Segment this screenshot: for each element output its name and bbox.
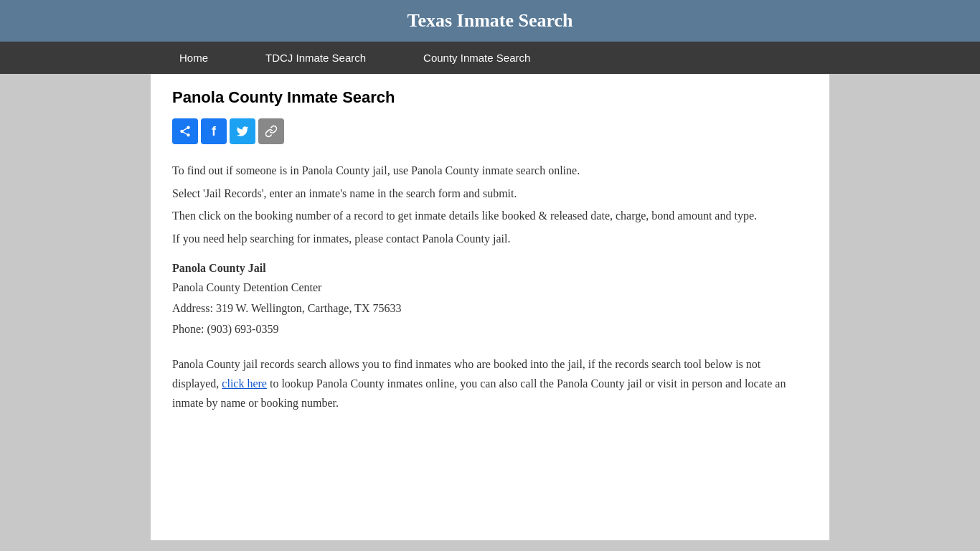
- click-here-link[interactable]: click here: [222, 377, 267, 390]
- description-line-3: Then click on the booking number of a re…: [172, 207, 808, 225]
- main-nav: Home TDCJ Inmate Search County Inmate Se…: [0, 42, 980, 74]
- description-section: To find out if someone is in Panola Coun…: [172, 161, 808, 248]
- jail-name: Panola County Detention Center: [172, 278, 808, 298]
- content-outer: Panola County Inmate Search f: [0, 74, 980, 540]
- jail-address: Address: 319 W. Wellington, Carthage, TX…: [172, 298, 808, 319]
- link-icon: [265, 125, 278, 138]
- nav-item-county[interactable]: County Inmate Search: [395, 42, 559, 74]
- jail-phone: Phone: (903) 693-0359: [172, 319, 808, 340]
- facebook-button[interactable]: f: [201, 118, 227, 144]
- twitter-icon: [236, 125, 249, 138]
- copy-link-button[interactable]: [258, 118, 284, 144]
- bottom-paragraph: Panola County jail records search allows…: [172, 354, 808, 413]
- content-inner: Panola County Inmate Search f: [151, 74, 829, 540]
- jail-heading: Panola County Jail: [172, 262, 808, 275]
- share-icon: [179, 125, 192, 138]
- nav-item-tdcj[interactable]: TDCJ Inmate Search: [237, 42, 395, 74]
- description-line-2: Select 'Jail Records', enter an inmate's…: [172, 184, 808, 203]
- description-line-4: If you need help searching for inmates, …: [172, 230, 808, 248]
- social-buttons-container: f: [172, 118, 808, 144]
- facebook-icon: f: [212, 124, 216, 139]
- page-title: Panola County Inmate Search: [172, 88, 808, 107]
- nav-item-home[interactable]: Home: [151, 42, 237, 74]
- site-title: Texas Inmate Search: [14, 10, 966, 32]
- site-header: Texas Inmate Search: [0, 0, 980, 42]
- share-button[interactable]: [172, 118, 198, 144]
- jail-details: Panola County Detention Center Address: …: [172, 278, 808, 339]
- page-wrapper: Texas Inmate Search Home TDCJ Inmate Sea…: [0, 0, 980, 540]
- jail-info-section: Panola County Jail Panola County Detenti…: [172, 262, 808, 339]
- twitter-button[interactable]: [230, 118, 255, 144]
- description-line-1: To find out if someone is in Panola Coun…: [172, 161, 808, 180]
